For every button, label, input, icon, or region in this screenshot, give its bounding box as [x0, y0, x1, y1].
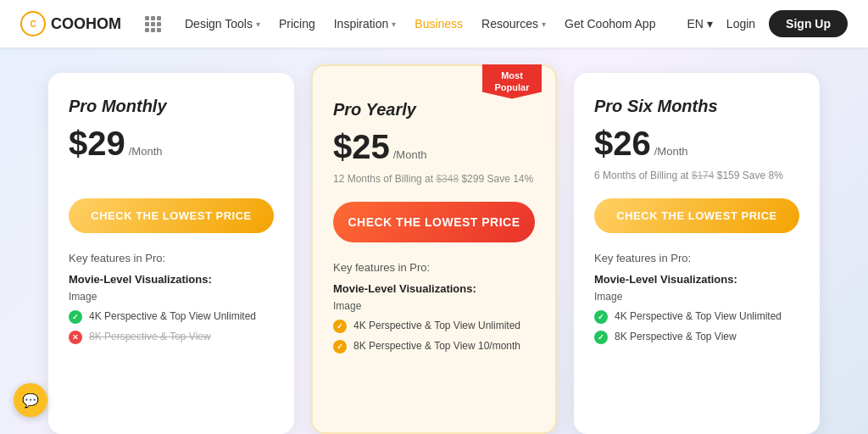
cross-icon: ✕	[69, 331, 82, 344]
plan-yearly: MostPopular Pro Yearly $25 /Month 12 Mon…	[311, 64, 557, 434]
logo-icon: C	[20, 11, 46, 36]
features-label: Key features in Pro:	[333, 261, 535, 274]
plan-monthly: Pro Monthly $29 /Month — CHECK THE LOWES…	[48, 73, 294, 434]
price: $29	[69, 125, 125, 163]
plan-sixmonths: Pro Six Months $26 /Month 6 Months of Bi…	[574, 73, 820, 434]
signup-button[interactable]: Sign Up	[769, 10, 848, 37]
nav-resources[interactable]: Resources ▾	[481, 17, 546, 31]
login-link[interactable]: Login	[726, 17, 755, 31]
price: $25	[333, 128, 390, 166]
features-category: Movie-Level Visualizations:	[69, 273, 274, 286]
features-subcategory: Image	[69, 291, 274, 303]
nav-right: EN ▾ Login Sign Up	[687, 10, 848, 37]
price-row: $25 /Month	[333, 128, 535, 166]
features-label: Key features in Pro:	[594, 252, 799, 264]
features-category: Movie-Level Visualizations:	[333, 282, 535, 295]
chevron-down-icon: ▾	[542, 19, 546, 29]
pricing-section: Pro Monthly $29 /Month — CHECK THE LOWES…	[0, 47, 868, 434]
billing-info: 6 Months of Billing at $174 $159 Save 8%	[594, 168, 799, 183]
chevron-down-icon: ▾	[707, 17, 713, 31]
cta-button-sixmonths[interactable]: CHECK THE LOWEST PRICE	[594, 198, 799, 233]
check-icon: ✓	[69, 310, 82, 324]
cta-button-monthly[interactable]: CHECK THE LOWEST PRICE	[69, 198, 274, 233]
billing-info: 12 Months of Billing at $348 $299 Save 1…	[333, 171, 535, 186]
feature-item: ✓ 4K Perspective & Top View Unlimited	[594, 309, 799, 324]
check-icon: ✓	[594, 310, 608, 324]
price-row: $26 /Month	[594, 125, 799, 163]
feature-item: ✓ 8K Perspective & Top View 10/month	[333, 339, 535, 353]
check-icon: ✓	[333, 320, 347, 333]
logo[interactable]: C COOHOM	[20, 11, 121, 36]
features-category: Movie-Level Visualizations:	[594, 273, 799, 286]
navbar: C COOHOM Design Tools ▾ Pricing Inspirat…	[0, 0, 868, 47]
feature-item: ✓ 8K Perspective & Top View	[594, 330, 799, 344]
feature-item: ✕ 8K Perspective & Top View	[69, 330, 274, 344]
logo-text: COOHOM	[51, 15, 121, 33]
price: $26	[594, 125, 651, 163]
nav-business[interactable]: Business	[415, 17, 463, 31]
nav-links: Design Tools ▾ Pricing Inspiration ▾ Bus…	[185, 17, 663, 31]
nav-pricing[interactable]: Pricing	[279, 17, 315, 31]
price-unit: /Month	[654, 145, 688, 158]
features-subcategory: Image	[333, 300, 535, 312]
cta-button-yearly[interactable]: CHECK THE LOWEST PRICE	[333, 202, 535, 242]
features-label: Key features in Pro:	[69, 252, 274, 264]
check-icon: ✓	[594, 331, 608, 344]
features-subcategory: Image	[594, 291, 799, 303]
chevron-down-icon: ▾	[392, 19, 396, 29]
price-row: $29 /Month	[69, 125, 274, 163]
plan-name: Pro Yearly	[333, 100, 535, 120]
grid-icon[interactable]	[145, 16, 161, 32]
chat-widget[interactable]: 💬	[14, 383, 47, 417]
nav-get-app[interactable]: Get Coohom App	[565, 17, 655, 31]
chevron-down-icon: ▾	[256, 19, 260, 29]
language-selector[interactable]: EN ▾	[687, 17, 712, 31]
feature-item: ✓ 4K Perspective & Top View Unlimited	[69, 309, 274, 324]
feature-item: ✓ 4K Perspective & Top View Unlimited	[333, 319, 535, 333]
plan-name: Pro Monthly	[69, 97, 274, 116]
chat-icon: 💬	[22, 392, 39, 409]
price-unit: /Month	[393, 148, 427, 161]
most-popular-badge: MostPopular	[482, 64, 542, 99]
check-icon: ✓	[333, 340, 347, 353]
nav-design-tools[interactable]: Design Tools ▾	[185, 17, 260, 31]
price-unit: /Month	[129, 145, 163, 158]
plan-name: Pro Six Months	[594, 97, 799, 116]
nav-inspiration[interactable]: Inspiration ▾	[334, 17, 397, 31]
